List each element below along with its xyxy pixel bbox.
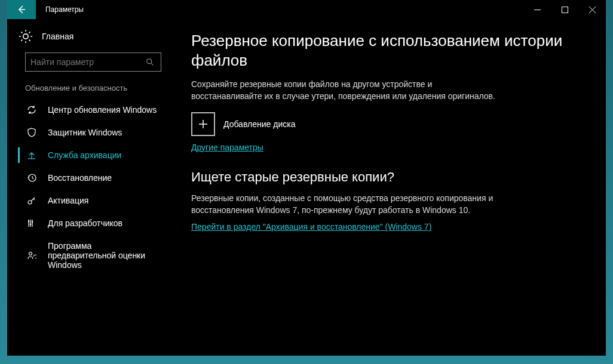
sidebar-home[interactable]: Главная bbox=[7, 24, 172, 49]
backup-icon bbox=[25, 150, 38, 160]
shield-icon bbox=[25, 128, 38, 137]
minimize-icon bbox=[534, 7, 541, 13]
page-heading-1: Резервное копирование с использованием и… bbox=[191, 31, 584, 70]
page-desc-2: Резервные копии, созданные с помощью сре… bbox=[191, 192, 502, 217]
svg-point-8 bbox=[29, 252, 32, 255]
settings-window: Параметры Главная Обновление и безопасно… bbox=[7, 0, 606, 356]
search-input-container[interactable] bbox=[25, 53, 161, 72]
add-drive-row[interactable]: Добавление диска bbox=[191, 112, 584, 136]
sidebar-item-developers[interactable]: Для разработчиков bbox=[7, 212, 172, 235]
sync-icon bbox=[25, 105, 38, 115]
maximize-button[interactable] bbox=[551, 0, 578, 19]
sidebar-item-recovery[interactable]: Восстановление bbox=[7, 166, 172, 189]
svg-point-2 bbox=[147, 59, 152, 64]
sidebar-item-windows-update[interactable]: Центр обновления Windows bbox=[7, 98, 172, 121]
svg-point-6 bbox=[30, 224, 31, 225]
sidebar-item-defender[interactable]: Защитник Windows bbox=[7, 121, 172, 144]
sidebar-item-label: Защитник Windows bbox=[48, 128, 122, 137]
page-desc-1: Сохраняйте резервные копии файлов на дру… bbox=[191, 78, 502, 103]
gear-icon bbox=[19, 30, 32, 43]
sidebar: Главная Обновление и безопасность Центр … bbox=[7, 19, 172, 356]
minimize-button[interactable] bbox=[523, 0, 551, 19]
window-title: Параметры bbox=[45, 5, 84, 14]
sidebar-section-label: Обновление и безопасность bbox=[7, 80, 172, 98]
search-input[interactable] bbox=[30, 57, 144, 67]
content-panel: Резервное копирование с использованием и… bbox=[172, 19, 606, 356]
sidebar-item-backup[interactable]: Служба архивации bbox=[7, 144, 172, 166]
sidebar-item-label: Для разработчиков bbox=[48, 218, 122, 228]
back-button[interactable] bbox=[7, 0, 36, 19]
search-icon bbox=[144, 58, 156, 66]
window-controls bbox=[523, 0, 606, 19]
sidebar-item-label: Восстановление bbox=[48, 173, 112, 183]
backup-restore-win7-link[interactable]: Перейти в раздел "Архивация и восстановл… bbox=[191, 222, 431, 232]
more-options-link[interactable]: Другие параметры bbox=[191, 143, 263, 152]
svg-rect-0 bbox=[562, 7, 568, 13]
history-icon bbox=[25, 173, 38, 183]
sidebar-item-label: Центр обновления Windows bbox=[48, 105, 157, 115]
sidebar-item-label: Программа предварительной оценки Windows bbox=[48, 241, 155, 270]
maximize-icon bbox=[562, 7, 568, 13]
sidebar-item-insider[interactable]: Программа предварительной оценки Windows bbox=[7, 235, 172, 276]
add-drive-button[interactable] bbox=[191, 112, 215, 136]
key-icon bbox=[25, 196, 38, 205]
titlebar: Параметры bbox=[7, 0, 606, 19]
arrow-left-icon bbox=[17, 5, 26, 14]
svg-point-1 bbox=[23, 34, 28, 39]
add-drive-label: Добавление диска bbox=[223, 119, 295, 129]
svg-point-5 bbox=[28, 221, 29, 222]
close-icon bbox=[589, 7, 596, 13]
svg-point-7 bbox=[32, 221, 33, 223]
tools-icon bbox=[25, 218, 38, 228]
close-button[interactable] bbox=[578, 0, 606, 19]
person-sync-icon bbox=[25, 251, 38, 260]
sidebar-item-label: Активация bbox=[48, 196, 88, 205]
sidebar-item-label: Служба архивации bbox=[48, 150, 121, 160]
window-body: Главная Обновление и безопасность Центр … bbox=[7, 19, 606, 356]
sidebar-home-label: Главная bbox=[42, 32, 73, 41]
sidebar-item-activation[interactable]: Активация bbox=[7, 189, 172, 212]
page-heading-2: Ищете старые резервные копии? bbox=[191, 169, 584, 185]
plus-icon bbox=[198, 119, 209, 129]
